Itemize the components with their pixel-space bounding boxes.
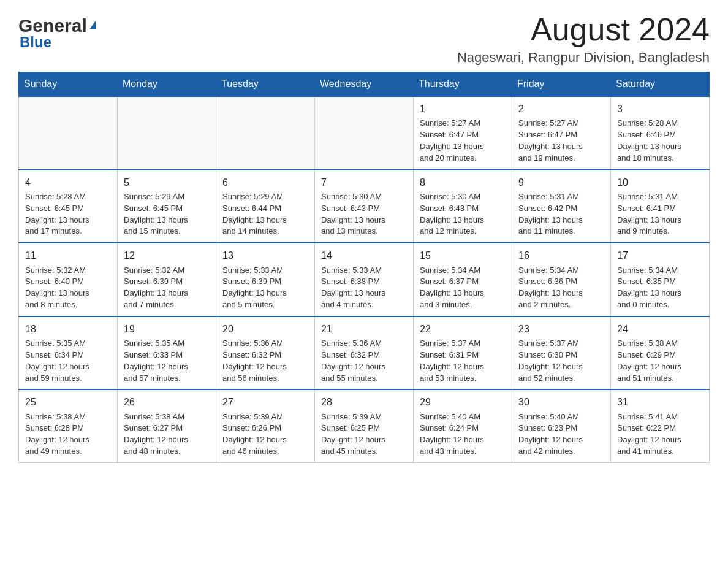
calendar-cell: 28Sunrise: 5:39 AM Sunset: 6:25 PM Dayli…: [315, 389, 414, 462]
month-title: August 2024: [457, 12, 710, 47]
calendar-cell: 29Sunrise: 5:40 AM Sunset: 6:24 PM Dayli…: [414, 389, 512, 462]
day-info: Sunrise: 5:33 AM Sunset: 6:38 PM Dayligh…: [321, 266, 385, 310]
calendar-cell: 24Sunrise: 5:38 AM Sunset: 6:29 PM Dayli…: [611, 316, 710, 390]
day-info: Sunrise: 5:30 AM Sunset: 6:43 PM Dayligh…: [420, 192, 484, 236]
day-info: Sunrise: 5:34 AM Sunset: 6:37 PM Dayligh…: [420, 266, 484, 310]
calendar-cell: 21Sunrise: 5:36 AM Sunset: 6:32 PM Dayli…: [315, 316, 414, 390]
day-number: 13: [222, 248, 308, 262]
calendar-cell: 14Sunrise: 5:33 AM Sunset: 6:38 PM Dayli…: [315, 243, 414, 316]
day-info: Sunrise: 5:39 AM Sunset: 6:25 PM Dayligh…: [321, 412, 385, 456]
day-number: 5: [124, 175, 210, 190]
calendar-cell: 5Sunrise: 5:29 AM Sunset: 6:45 PM Daylig…: [118, 170, 216, 243]
day-info: Sunrise: 5:41 AM Sunset: 6:22 PM Dayligh…: [617, 412, 681, 456]
day-info: Sunrise: 5:38 AM Sunset: 6:28 PM Dayligh…: [25, 412, 89, 456]
day-number: 2: [518, 102, 604, 116]
day-info: Sunrise: 5:36 AM Sunset: 6:32 PM Dayligh…: [222, 339, 287, 383]
day-info: Sunrise: 5:32 AM Sunset: 6:39 PM Dayligh…: [124, 266, 188, 310]
calendar-cell: [19, 96, 118, 170]
day-info: Sunrise: 5:37 AM Sunset: 6:30 PM Dayligh…: [518, 339, 583, 383]
day-info: Sunrise: 5:33 AM Sunset: 6:39 PM Dayligh…: [222, 266, 287, 310]
day-info: Sunrise: 5:38 AM Sunset: 6:27 PM Dayligh…: [124, 412, 188, 456]
calendar-week-2: 4Sunrise: 5:28 AM Sunset: 6:45 PM Daylig…: [19, 170, 710, 243]
logo: General Blue: [18, 12, 96, 51]
day-info: Sunrise: 5:27 AM Sunset: 6:47 PM Dayligh…: [518, 118, 583, 163]
calendar-cell: 4Sunrise: 5:28 AM Sunset: 6:45 PM Daylig…: [19, 170, 118, 243]
day-info: Sunrise: 5:29 AM Sunset: 6:44 PM Dayligh…: [222, 192, 287, 236]
calendar-cell: 23Sunrise: 5:37 AM Sunset: 6:30 PM Dayli…: [512, 316, 611, 390]
day-number: 28: [321, 395, 407, 409]
day-info: Sunrise: 5:38 AM Sunset: 6:29 PM Dayligh…: [617, 339, 681, 383]
day-info: Sunrise: 5:31 AM Sunset: 6:41 PM Dayligh…: [617, 192, 681, 236]
calendar-cell: [216, 96, 315, 170]
day-number: 21: [321, 322, 407, 336]
day-number: 17: [617, 248, 703, 262]
day-number: 11: [25, 248, 111, 262]
day-number: 20: [222, 322, 308, 336]
day-info: Sunrise: 5:34 AM Sunset: 6:36 PM Dayligh…: [518, 266, 583, 310]
weekday-header-thursday: Thursday: [414, 72, 512, 97]
logo-triangle-icon: [89, 21, 96, 29]
day-info: Sunrise: 5:36 AM Sunset: 6:32 PM Dayligh…: [321, 339, 385, 383]
calendar-cell: 25Sunrise: 5:38 AM Sunset: 6:28 PM Dayli…: [19, 389, 118, 462]
day-number: 14: [321, 248, 407, 262]
day-number: 23: [518, 322, 604, 336]
day-number: 10: [617, 175, 703, 190]
calendar-cell: 20Sunrise: 5:36 AM Sunset: 6:32 PM Dayli…: [216, 316, 315, 390]
day-info: Sunrise: 5:35 AM Sunset: 6:33 PM Dayligh…: [124, 339, 188, 383]
day-number: 1: [420, 102, 506, 116]
calendar-week-3: 11Sunrise: 5:32 AM Sunset: 6:40 PM Dayli…: [19, 243, 710, 316]
weekday-header-friday: Friday: [512, 72, 611, 97]
weekday-header-sunday: Sunday: [19, 72, 118, 97]
day-number: 6: [222, 175, 308, 190]
day-info: Sunrise: 5:37 AM Sunset: 6:31 PM Dayligh…: [420, 339, 484, 383]
day-info: Sunrise: 5:35 AM Sunset: 6:34 PM Dayligh…: [25, 339, 89, 383]
calendar-cell: 26Sunrise: 5:38 AM Sunset: 6:27 PM Dayli…: [118, 389, 216, 462]
day-number: 19: [124, 322, 210, 336]
page-header: General Blue August 2024 Nageswari, Rang…: [18, 12, 710, 66]
calendar-cell: 6Sunrise: 5:29 AM Sunset: 6:44 PM Daylig…: [216, 170, 315, 243]
day-info: Sunrise: 5:27 AM Sunset: 6:47 PM Dayligh…: [420, 118, 484, 163]
day-number: 22: [420, 322, 506, 336]
day-info: Sunrise: 5:31 AM Sunset: 6:42 PM Dayligh…: [518, 192, 583, 236]
day-number: 4: [25, 175, 111, 190]
weekday-header-monday: Monday: [118, 72, 216, 97]
calendar-cell: 8Sunrise: 5:30 AM Sunset: 6:43 PM Daylig…: [414, 170, 512, 243]
calendar-table: SundayMondayTuesdayWednesdayThursdayFrid…: [18, 72, 710, 463]
calendar-cell: 12Sunrise: 5:32 AM Sunset: 6:39 PM Dayli…: [118, 243, 216, 316]
calendar-cell: 9Sunrise: 5:31 AM Sunset: 6:42 PM Daylig…: [512, 170, 611, 243]
calendar-cell: 27Sunrise: 5:39 AM Sunset: 6:26 PM Dayli…: [216, 389, 315, 462]
day-info: Sunrise: 5:28 AM Sunset: 6:46 PM Dayligh…: [617, 118, 681, 163]
weekday-header-tuesday: Tuesday: [216, 72, 315, 97]
weekday-header-wednesday: Wednesday: [315, 72, 414, 97]
logo-general-text: General: [18, 15, 87, 36]
day-info: Sunrise: 5:39 AM Sunset: 6:26 PM Dayligh…: [222, 412, 287, 456]
calendar-cell: 11Sunrise: 5:32 AM Sunset: 6:40 PM Dayli…: [19, 243, 118, 316]
day-info: Sunrise: 5:34 AM Sunset: 6:35 PM Dayligh…: [617, 266, 681, 310]
day-number: 27: [222, 395, 308, 409]
day-number: 15: [420, 248, 506, 262]
calendar-cell: 15Sunrise: 5:34 AM Sunset: 6:37 PM Dayli…: [414, 243, 512, 316]
day-number: 9: [518, 175, 604, 190]
day-number: 25: [25, 395, 111, 409]
calendar-cell: 18Sunrise: 5:35 AM Sunset: 6:34 PM Dayli…: [19, 316, 118, 390]
day-number: 8: [420, 175, 506, 190]
location-title: Nageswari, Rangpur Division, Bangladesh: [457, 50, 710, 66]
day-number: 16: [518, 248, 604, 262]
day-number: 26: [124, 395, 210, 409]
calendar-week-5: 25Sunrise: 5:38 AM Sunset: 6:28 PM Dayli…: [19, 389, 710, 462]
day-info: Sunrise: 5:32 AM Sunset: 6:40 PM Dayligh…: [25, 266, 89, 310]
calendar-cell: 3Sunrise: 5:28 AM Sunset: 6:46 PM Daylig…: [611, 96, 710, 170]
day-number: 12: [124, 248, 210, 262]
day-number: 31: [617, 395, 703, 409]
day-info: Sunrise: 5:29 AM Sunset: 6:45 PM Dayligh…: [124, 192, 188, 236]
day-info: Sunrise: 5:28 AM Sunset: 6:45 PM Dayligh…: [25, 192, 89, 236]
calendar-week-4: 18Sunrise: 5:35 AM Sunset: 6:34 PM Dayli…: [19, 316, 710, 390]
weekday-header-saturday: Saturday: [611, 72, 710, 97]
day-number: 29: [420, 395, 506, 409]
calendar-cell: 7Sunrise: 5:30 AM Sunset: 6:43 PM Daylig…: [315, 170, 414, 243]
calendar-cell: 19Sunrise: 5:35 AM Sunset: 6:33 PM Dayli…: [118, 316, 216, 390]
calendar-cell: 22Sunrise: 5:37 AM Sunset: 6:31 PM Dayli…: [414, 316, 512, 390]
calendar-cell: 31Sunrise: 5:41 AM Sunset: 6:22 PM Dayli…: [611, 389, 710, 462]
calendar-cell: 2Sunrise: 5:27 AM Sunset: 6:47 PM Daylig…: [512, 96, 611, 170]
calendar-cell: 13Sunrise: 5:33 AM Sunset: 6:39 PM Dayli…: [216, 243, 315, 316]
